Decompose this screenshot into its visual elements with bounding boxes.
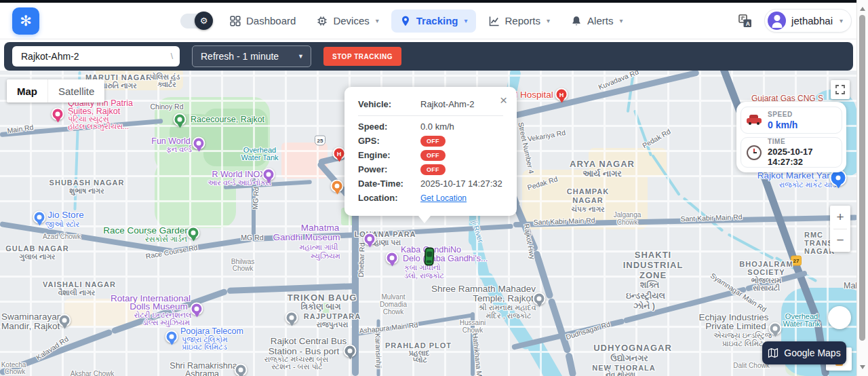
datetime-value: 2025-10-17 14:27:32 (420, 178, 502, 189)
user-name: jethabhai (791, 15, 833, 26)
map-label: મહાત્મા ગાંધી (300, 244, 338, 251)
map-type-satellite-button[interactable]: Satellite (47, 79, 104, 102)
map-canvas[interactable]: MARUTI NAGARમારુતિ નાગરપોલિસ હંડક્વાર્ટર… (0, 71, 857, 376)
stop-tracking-button[interactable]: STOP TRACKING (323, 47, 401, 66)
hospital-marker-icon[interactable]: H (555, 88, 568, 101)
nav-item-alerts[interactable]: Alerts ▾ (562, 10, 631, 33)
cinema-marker-icon[interactable] (262, 168, 275, 181)
chevron-down-icon: ▾ (464, 17, 467, 24)
map-label: સ્ટેશન - બસ પોર્ટ (271, 363, 322, 371)
garden-marker-icon[interactable] (187, 227, 200, 240)
tracked-vehicle-marker[interactable] (424, 247, 434, 266)
clock-icon (747, 145, 762, 160)
theme-toggle[interactable]: ⚙ (180, 14, 212, 29)
zoom-in-button[interactable]: + (830, 206, 850, 229)
nav-item-reports[interactable]: Reports ▾ (480, 10, 559, 33)
map-label: ચંપક નાગર (571, 206, 604, 213)
map-label: હોટેલ લક્ઝુરીયસ... (68, 123, 129, 130)
app-logo[interactable]: ✻ (12, 7, 39, 35)
scroll-up-icon (860, 4, 865, 11)
map-label: ડોલ્સ મ્યુઝિયમ (142, 319, 190, 326)
map-label: Hussaini (460, 320, 486, 326)
nav-label: Dashboard (246, 15, 296, 26)
map-label: CHAMPAK (567, 188, 609, 195)
attraction-marker-icon[interactable] (193, 137, 205, 150)
nav-item-tracking[interactable]: Tracking ▾ (391, 10, 476, 33)
time-value: 2025-10-17 14:27:32 (768, 147, 836, 167)
industry-marker-icon[interactable] (769, 322, 782, 335)
map-label: રાજપુતપરા (317, 321, 349, 328)
map-label: Ashrama (185, 370, 219, 376)
ashram-marker-icon[interactable] (235, 364, 248, 376)
temple-marker-icon[interactable] (533, 293, 546, 305)
map-label: વૈશાલી નાગર (58, 289, 96, 297)
vehicle-info-popup: × Vehicle: Rajkot-Ahm-2 Speed: 0.0 km/h … (344, 87, 517, 216)
map-label: Karansinhji (374, 333, 382, 369)
google-maps-label: Google Maps (784, 347, 840, 358)
map-label: ઇન્ડસ્ટ્રીયલ (626, 292, 665, 301)
map-label: મારુતિ નાગર (100, 82, 136, 90)
hotel-marker-icon[interactable] (52, 108, 64, 121)
school-marker-icon[interactable] (285, 312, 298, 324)
restaurant-marker-icon[interactable] (331, 180, 344, 193)
museum-marker-icon[interactable] (191, 303, 203, 316)
close-icon[interactable]: × (500, 94, 507, 107)
map-label: Water Tank (241, 154, 278, 162)
user-menu[interactable]: jethabhai ▾ (764, 9, 852, 33)
map-label: Domadia (380, 301, 407, 308)
map-type-map-button[interactable]: Map (7, 79, 47, 102)
hospital-marker-icon[interactable]: H (333, 147, 346, 160)
speed-value: 0.0 km/h (420, 121, 454, 132)
temple-marker-icon[interactable] (58, 314, 71, 327)
language-button[interactable]: A (737, 13, 753, 29)
map-label: TRIKON BAUG (288, 293, 357, 302)
get-location-link[interactable]: Get Location (420, 193, 467, 203)
store-marker-icon[interactable] (33, 211, 46, 224)
park-marker-icon[interactable] (174, 113, 186, 126)
map-label: ફન વર્લ્ડ (166, 146, 192, 153)
popup-row-power: Power: OFF (358, 162, 503, 176)
field-label: Date-Time: (358, 178, 420, 189)
map-label: RMC (804, 231, 823, 239)
map-label: Jio Store (47, 210, 83, 220)
map-label: Chowk (383, 309, 404, 316)
map-label: Private Limited (705, 322, 766, 331)
fullscreen-button[interactable] (831, 80, 850, 99)
nav-item-dashboard[interactable]: Dashboard (221, 10, 304, 33)
map-label: Mandir, Rajkot (1, 322, 60, 331)
live-status-panel: SPEED 0 km/h TIME 2025-10-17 14:27:32 (736, 102, 846, 172)
vehicle-select-value: Rajkot-Ahm-2 (21, 51, 79, 62)
chip-icon (316, 15, 328, 27)
vehicle-select-input[interactable]: Rajkot-Ahm-2 \ (12, 46, 180, 67)
map-label: MG Rd (241, 234, 263, 242)
popup-row-datetime: Date-Time: 2025-10-17 14:27:32 (358, 176, 503, 191)
zoom-out-button[interactable]: − (830, 229, 850, 252)
museum-marker-icon[interactable] (363, 233, 376, 246)
translate-icon: A (737, 13, 753, 29)
speed-label: SPEED (768, 111, 797, 118)
map-label: Swaminarayan (1, 312, 62, 322)
map-label: MG Rd (252, 187, 260, 210)
map-label: એચજય ઇન્ડસ્ટ્રિજ (713, 332, 772, 339)
time-label: TIME (768, 138, 836, 145)
map-label: RAJPUTPARA (304, 313, 361, 320)
car-icon (747, 115, 762, 126)
nav-item-devices[interactable]: Devices ▾ (308, 10, 387, 33)
map-label: Fun World (151, 137, 190, 146)
store-marker-icon[interactable] (165, 331, 178, 343)
grid-icon (229, 15, 241, 27)
museum-marker-icon[interactable] (386, 252, 399, 265)
input-cursor-mark: \ (171, 52, 173, 61)
map-label: આર વર્લ્ડ આઈનોક્સ (208, 179, 271, 187)
map-label: ઝોને ) (633, 302, 655, 311)
map-label: BHOJALRAM (739, 261, 793, 268)
map-label: ARYA NAGAR (570, 159, 635, 168)
power-status-badge: OFF (420, 164, 446, 175)
pan-control[interactable] (828, 306, 851, 329)
main-nav: Dashboard Devices ▾ Tracking ▾ Reports ▾… (221, 10, 631, 33)
map-label: પોલિસ હંડ (150, 73, 180, 81)
google-maps-button[interactable]: Google Maps (762, 341, 846, 364)
refresh-interval-select[interactable]: Refresh - 1 minute ▼ (192, 45, 311, 67)
page-scrollbar[interactable] (856, 0, 868, 376)
bus-station-marker-icon[interactable] (344, 345, 357, 358)
